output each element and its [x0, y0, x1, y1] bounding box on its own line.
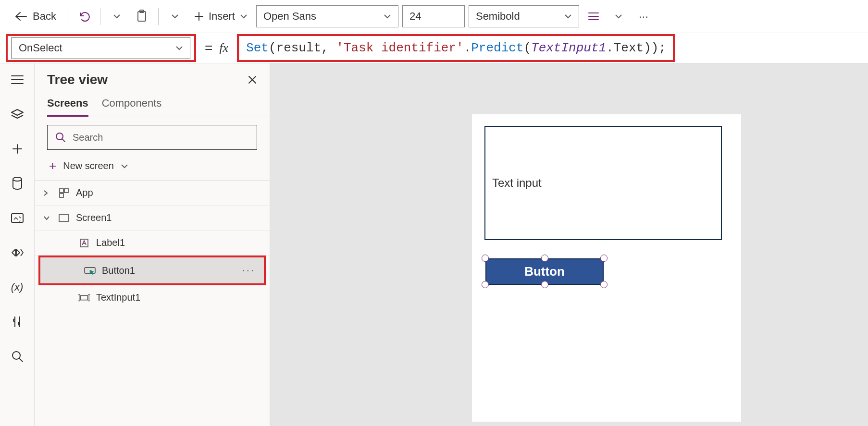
- resize-handle-bm[interactable]: [541, 281, 548, 288]
- svg-rect-7: [60, 189, 63, 193]
- rail-tree-view[interactable]: [6, 103, 29, 126]
- more-button[interactable]: ···: [633, 6, 654, 27]
- main-area: ♪ (x) Tree view Screens Components: [0, 63, 868, 426]
- resize-handle-tm[interactable]: [541, 255, 548, 262]
- align-button[interactable]: [583, 6, 604, 27]
- tab-screens[interactable]: Screens: [47, 92, 88, 117]
- tree-item-textinput1[interactable]: TextInput1: [35, 285, 270, 310]
- tree-search-input[interactable]: Search: [47, 125, 257, 150]
- formula-highlight-box: Set(result, 'Task identifier'.Predict(Te…: [237, 34, 675, 62]
- variable-icon: (x): [11, 281, 24, 293]
- tree-tabs: Screens Components: [35, 92, 270, 117]
- tree-item-label1[interactable]: Label1: [35, 231, 270, 256]
- artboard: Text input Button: [472, 114, 741, 422]
- chevron-down-icon: [564, 14, 572, 19]
- undo-icon: [77, 10, 90, 23]
- svg-rect-9: [60, 194, 63, 197]
- close-icon: [248, 75, 257, 85]
- tree-item-more-button[interactable]: ···: [242, 264, 255, 277]
- hamburger-icon: [11, 75, 24, 85]
- new-screen-button[interactable]: + New screen: [35, 155, 270, 181]
- button-selection-wrap: Button: [482, 255, 608, 288]
- rail-insert[interactable]: [6, 137, 29, 160]
- canvas[interactable]: Text input Button: [270, 63, 868, 426]
- tab-components[interactable]: Components: [102, 92, 162, 117]
- font-weight-select[interactable]: Semibold: [469, 5, 579, 27]
- top-toolbar: Back Insert Open Sans 24 Semibold ···: [0, 0, 868, 33]
- tree-item-label: Label1: [96, 237, 125, 248]
- tree-panel: Tree view Screens Components Search + Ne…: [35, 63, 270, 426]
- resize-handle-tr[interactable]: [600, 255, 608, 262]
- chevron-down-icon: [113, 14, 121, 19]
- rail-search[interactable]: [6, 345, 29, 368]
- rail-variables[interactable]: (x): [6, 276, 29, 299]
- tok-str: 'Task identifier': [336, 41, 463, 55]
- svg-rect-3: [12, 214, 23, 222]
- chevron-down-icon: [171, 14, 179, 19]
- textinput-control[interactable]: Text input: [484, 126, 722, 240]
- button-icon: [84, 266, 96, 275]
- rail-hamburger[interactable]: [6, 68, 29, 91]
- search-icon: [55, 132, 66, 143]
- tree-title: Tree view: [47, 72, 108, 87]
- layers-icon: [11, 109, 24, 120]
- search-placeholder: Search: [73, 132, 103, 143]
- search-icon: [11, 350, 24, 363]
- flow-icon: [11, 247, 24, 258]
- svg-rect-10: [59, 215, 69, 221]
- property-select[interactable]: OnSelect: [12, 37, 190, 59]
- chevron-down-icon: [384, 14, 391, 19]
- clipboard-icon: [136, 10, 148, 23]
- formula-equals: = fx: [196, 33, 237, 63]
- tree-item-label: App: [76, 187, 93, 198]
- tok-text: Text: [614, 41, 644, 55]
- tree-item-button1[interactable]: Button1 ···: [40, 257, 264, 283]
- tok-set: Set: [246, 41, 269, 55]
- database-icon: [12, 177, 23, 190]
- rail-tools[interactable]: [6, 310, 29, 333]
- equals-icon: =: [205, 40, 212, 56]
- tree-header: Tree view: [35, 72, 270, 92]
- app-icon: [58, 188, 70, 198]
- tok-dot2: .: [606, 41, 614, 55]
- rail-data[interactable]: [6, 172, 29, 195]
- tree-item-app[interactable]: App: [35, 181, 270, 206]
- media-icon: ♪: [11, 213, 24, 223]
- back-button[interactable]: Back: [10, 7, 61, 25]
- svg-rect-8: [64, 189, 68, 193]
- rail-powerautomate[interactable]: [6, 241, 29, 264]
- resize-handle-br[interactable]: [600, 281, 608, 288]
- paste-dropdown[interactable]: [164, 6, 186, 27]
- divider: [100, 8, 100, 25]
- chevron-down-icon: [121, 164, 128, 169]
- new-screen-label: New screen: [63, 160, 114, 171]
- formula-bar: OnSelect = fx Set(result, 'Task identifi…: [0, 33, 868, 63]
- button-label: Button: [524, 264, 565, 279]
- plus-icon: +: [49, 158, 56, 173]
- resize-handle-tl[interactable]: [482, 255, 489, 262]
- undo-button[interactable]: [73, 6, 94, 27]
- paste-button[interactable]: [131, 6, 152, 27]
- formula-input[interactable]: Set(result, 'Task identifier'.Predict(Te…: [239, 36, 673, 60]
- tree-close-button[interactable]: [248, 75, 257, 85]
- chevron-down-icon: [615, 14, 622, 19]
- font-select[interactable]: Open Sans: [256, 5, 398, 27]
- divider: [158, 8, 159, 25]
- tree-item-screen1[interactable]: Screen1: [35, 206, 270, 231]
- align-icon: [588, 12, 599, 21]
- tok-p2: (: [523, 41, 531, 55]
- back-arrow-icon: [14, 12, 27, 21]
- property-value: OnSelect: [19, 42, 62, 54]
- textinput-icon: [78, 294, 90, 302]
- rail-media[interactable]: ♪: [6, 207, 29, 230]
- resize-handle-bl[interactable]: [482, 281, 489, 288]
- plus-icon: [12, 143, 23, 155]
- undo-dropdown[interactable]: [106, 6, 127, 27]
- insert-button[interactable]: Insert: [189, 10, 252, 23]
- back-label: Back: [33, 10, 56, 23]
- plus-icon: [194, 12, 204, 21]
- tree-item-label: Button1: [102, 265, 135, 276]
- font-size-input[interactable]: 24: [402, 5, 465, 27]
- align-dropdown[interactable]: [608, 6, 629, 27]
- svg-rect-13: [81, 295, 88, 300]
